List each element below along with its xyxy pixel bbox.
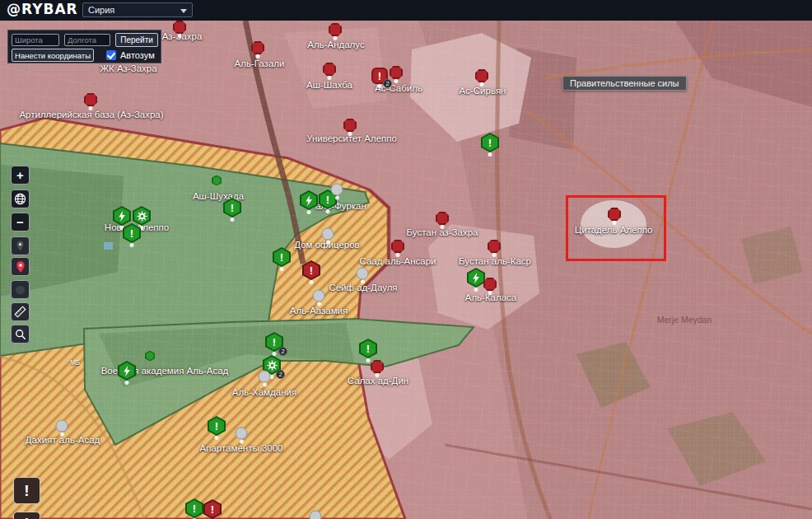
marker-red-octagon[interactable] <box>390 66 403 79</box>
marker-red-octagon[interactable] <box>608 208 621 221</box>
map-label: Апартаменты 3000 <box>200 443 283 453</box>
longitude-input[interactable] <box>64 34 110 46</box>
marker-red-octagon[interactable] <box>391 240 404 253</box>
region-select[interactable]: Сирия <box>82 2 193 17</box>
alerts-button-secondary[interactable]: ! <box>13 512 40 519</box>
marker-red-octagon[interactable] <box>436 212 449 225</box>
marker-gray-dot[interactable] <box>313 290 325 302</box>
region-select-value: Сирия <box>88 5 114 15</box>
forces-tooltip-text: Правительственные силы <box>570 78 679 88</box>
marker-gray-dot[interactable] <box>310 511 322 519</box>
zoom-out-icon: − <box>16 215 24 229</box>
marker-green-hex-bolt[interactable] <box>118 361 136 381</box>
coordinates-panel: Перейти Нанести координаты Автозум <box>7 30 161 63</box>
marker-green-hex-excl[interactable]: ! <box>123 223 141 243</box>
marker-red-shield-excl[interactable]: !2 <box>371 68 388 84</box>
zoom-out-button[interactable]: − <box>11 213 30 231</box>
marker-red-hex-excl[interactable]: ! <box>302 260 320 280</box>
plot-coordinates-button[interactable]: Нанести координаты <box>12 49 94 62</box>
marker-green-hex-bolt[interactable] <box>300 190 318 210</box>
marker-red-octagon[interactable] <box>343 119 357 132</box>
map-label: Merje Meydan <box>657 315 712 325</box>
marker-red-octagon[interactable] <box>323 63 336 76</box>
marker-red-octagon[interactable] <box>173 21 186 34</box>
latitude-input[interactable] <box>12 34 59 46</box>
marker-green-hex-excl[interactable]: ! <box>223 198 241 217</box>
marker-green-hex-bolt[interactable] <box>467 268 485 288</box>
map-label: Саад аль-Ансари <box>359 256 436 266</box>
map-label: ЖК Аз-Захра <box>100 63 156 73</box>
alerts-button[interactable]: ! <box>13 477 40 504</box>
measure-tool-button[interactable] <box>11 302 30 321</box>
map-label: Ас-Сирьян <box>460 86 506 96</box>
map-label: Аль-Хамдания <box>232 387 296 397</box>
gray-pin-icon <box>15 240 26 252</box>
top-bar: @RYBAR Сирия <box>0 0 812 21</box>
map-label: М5 <box>70 358 80 367</box>
map-label: Аль-Газали <box>235 58 285 68</box>
marker-gray-dot[interactable] <box>331 184 343 196</box>
autozoom-checkbox[interactable] <box>106 50 116 60</box>
globe-button[interactable] <box>11 189 30 208</box>
marker-green-hex-excl[interactable]: ! <box>359 339 377 358</box>
red-pin-icon <box>15 260 26 274</box>
marker-red-octagon[interactable] <box>84 93 97 106</box>
marker-green-hex-excl[interactable]: ! <box>185 498 203 518</box>
marker-red-octagon[interactable] <box>329 23 342 36</box>
marker-green-hex-dot[interactable] <box>212 175 222 186</box>
ruler-icon <box>14 306 26 318</box>
alert-icon: ! <box>24 482 29 500</box>
marker-green-hex-excl[interactable]: ! <box>481 133 499 152</box>
marker-red-octagon[interactable] <box>251 41 264 54</box>
area-icon <box>15 285 26 295</box>
marker-red-hex-excl[interactable]: ! <box>203 499 222 519</box>
chevron-down-icon <box>180 9 187 13</box>
map-label: Салах ад-Дин <box>348 376 408 386</box>
marker-gray-dot[interactable] <box>56 420 68 432</box>
map-label: Аш-Шахба <box>306 80 352 90</box>
zoom-in-icon: + <box>16 168 24 182</box>
search-icon <box>15 329 26 340</box>
red-marker-tool-button[interactable] <box>11 257 30 276</box>
zoom-in-button[interactable]: + <box>11 166 30 185</box>
marker-green-hex-dot[interactable] <box>145 351 155 362</box>
marker-red-octagon[interactable] <box>475 69 488 82</box>
map-label: Аль-Андалус <box>307 40 364 49</box>
marker-red-octagon[interactable] <box>488 240 501 253</box>
area-tool-button[interactable] <box>11 280 30 299</box>
map-label: Аль-Аазамия <box>290 306 348 316</box>
forces-tooltip: Правительственные силы <box>562 76 687 91</box>
map-label: Артиллерийская база (Аз-Захра) <box>19 110 163 119</box>
marker-gray-dot[interactable] <box>357 268 369 280</box>
gray-marker-tool-button[interactable] <box>11 236 30 255</box>
marker-red-octagon[interactable] <box>371 360 384 373</box>
map-label: Сейф ад-Дауля <box>329 283 397 292</box>
search-tool-button[interactable] <box>11 325 30 344</box>
autozoom-label: Автозум <box>120 50 155 60</box>
alert-icon: ! <box>24 515 29 519</box>
marker-gray-dot[interactable] <box>236 428 248 440</box>
marker-green-hex-excl[interactable]: ! <box>273 247 291 267</box>
marker-green-hex-excl[interactable]: ! <box>208 416 226 436</box>
marker-green-hex-excl[interactable]: !2 <box>265 332 283 352</box>
rybar-logo: @RYBAR <box>7 1 78 17</box>
map-label: Дахият аль-Асад <box>26 435 100 445</box>
map-label: Цитадель Алеппо <box>575 225 653 235</box>
rybar-map-app: Аз-ЗахраАль-ГазалиАль-АндалусАш-ШахбаАс-… <box>0 0 812 519</box>
map-label: Бустан аль-Каср <box>459 256 531 266</box>
marker-gray-dot[interactable] <box>322 228 334 241</box>
map-label: Ас-Сабиль <box>375 83 422 93</box>
globe-icon <box>14 193 26 205</box>
marker-gray-dot[interactable] <box>259 371 271 383</box>
go-button[interactable]: Перейти <box>115 33 158 47</box>
marker-red-octagon[interactable] <box>483 278 497 291</box>
